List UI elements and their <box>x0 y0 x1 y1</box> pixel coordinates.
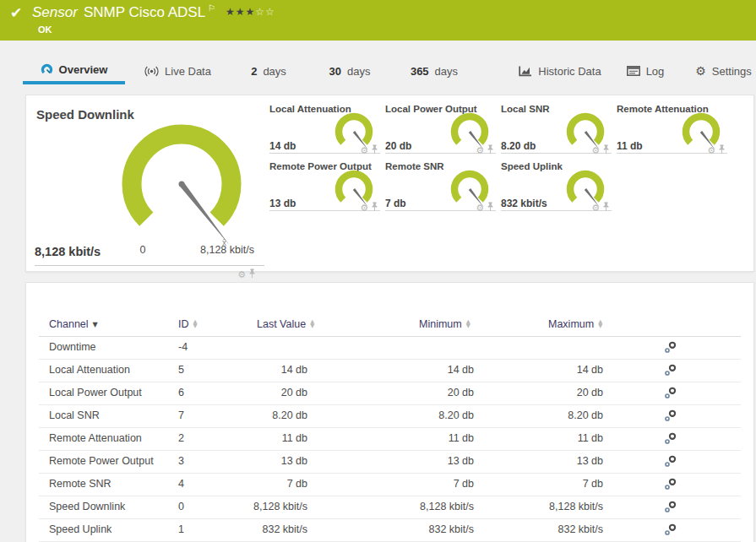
gauge-value: 832 kbit/s <box>501 198 547 209</box>
column-label: Minimum <box>419 318 462 330</box>
channel-table-panel: Channel ▼ ID ▲▼ Last Value ▲▼ Minimum ▲▼… <box>25 282 754 542</box>
pin-icon[interactable] <box>602 144 610 154</box>
minimum-value: 13 db <box>389 450 474 472</box>
table-row-remote-attenuation[interactable]: Remote Attenuation 2 11 db 11 db 11 db <box>39 427 741 451</box>
last-value: 13 db <box>223 450 307 472</box>
minimum-value: 14 db <box>389 359 474 381</box>
table-row-remote-snr[interactable]: Remote SNR 4 7 db 7 db 7 db <box>39 473 741 496</box>
pin-icon[interactable] <box>487 144 494 154</box>
tab-overview[interactable]: Overview <box>23 57 125 84</box>
log-icon <box>627 66 640 76</box>
channel-settings-icon[interactable] <box>664 341 677 354</box>
gear-icon[interactable]: ⚙ <box>360 145 368 156</box>
gauge-value: 8.20 db <box>501 140 536 152</box>
channel-settings-icon[interactable] <box>664 501 677 513</box>
gear-icon[interactable]: ⚙ <box>591 203 600 214</box>
channel-settings-icon[interactable] <box>664 387 677 399</box>
table-row-local-attenuation[interactable]: Local Attenuation 5 14 db 14 db 14 db <box>39 359 741 382</box>
tab-365-days[interactable]: 365 days <box>397 57 471 84</box>
priority-stars[interactable]: ★★★☆☆ <box>226 6 275 18</box>
column-header-minimum[interactable]: Minimum ▲▼ <box>419 318 470 330</box>
table-row-remote-power-output[interactable]: Remote Power Output 3 13 db 13 db 13 db <box>39 450 741 474</box>
gauge-actions: ⚙ <box>360 142 378 157</box>
channel-id: 2 <box>178 427 216 449</box>
channel-name: Speed Uplink <box>49 518 184 540</box>
gauge-value: 7 db <box>385 198 406 209</box>
speed-downlink-gauge-chart: x̄ <box>106 110 258 266</box>
pin-icon[interactable] <box>718 144 726 154</box>
channel-settings-icon[interactable] <box>664 478 677 491</box>
pin-icon[interactable] <box>371 144 378 154</box>
gear-icon[interactable]: ⚙ <box>476 203 484 214</box>
gauge-panel-local-power-output: Local Power Output 20 db ⚙ <box>385 104 496 153</box>
gear-icon[interactable]: ⚙ <box>360 203 368 214</box>
tab-label: days <box>435 65 458 78</box>
channel-id: 7 <box>178 404 216 426</box>
tab-historic-data[interactable]: Historic Data <box>505 57 615 84</box>
gear-icon[interactable]: ⚙ <box>476 145 484 156</box>
gauge-actions: ⚙ <box>591 199 610 214</box>
star-filled-icons[interactable]: ★★★ <box>226 6 255 18</box>
overview-gauges-panel: Speed Downlink x̄ 0 8,128 kbit/s 8,128 k… <box>25 95 754 272</box>
minimum-value: 8,128 kbit/s <box>389 496 474 518</box>
flag-icon: ⚐ <box>208 3 215 13</box>
column-label: Maximum <box>548 318 594 330</box>
channel-name: Local Power Output <box>49 382 184 404</box>
maximum-value: 832 kbit/s <box>519 518 603 540</box>
tab-log[interactable]: Log <box>615 57 676 84</box>
channel-settings-icon[interactable] <box>664 409 677 422</box>
tab-live-data[interactable]: Live Data <box>133 57 222 84</box>
minimum-value: 832 kbit/s <box>389 518 474 540</box>
pin-icon[interactable] <box>371 202 378 212</box>
sensor-title-line: SensorSNMP Cisco ADSL⚐★★★☆☆ <box>32 3 275 21</box>
pin-icon[interactable] <box>248 268 256 279</box>
channel-settings-icon[interactable] <box>664 523 677 536</box>
page-title: SNMP Cisco ADSL <box>84 4 205 20</box>
channel-name: Remote Power Output <box>49 450 184 472</box>
status-badge: OK <box>38 24 52 35</box>
channel-name: Remote SNR <box>49 473 184 495</box>
table-row-local-snr[interactable]: Local SNR 7 8.20 db 8.20 db 8.20 db <box>39 404 741 428</box>
tab-label: Historic Data <box>538 65 601 78</box>
gauge-value: 20 db <box>385 140 411 152</box>
gauge-scale-max: 8,128 kbit/s <box>187 244 268 256</box>
column-header-id[interactable]: ID ▲▼ <box>178 318 198 330</box>
last-value: 20 db <box>223 382 307 404</box>
table-row-speed-downlink[interactable]: Speed Downlink 0 8,128 kbit/s 8,128 kbit… <box>39 496 741 519</box>
table-row-downtime[interactable]: Downtime -4 <box>39 336 741 360</box>
last-value: 832 kbit/s <box>223 518 307 540</box>
channel-id: 4 <box>178 473 216 495</box>
tab-2-days[interactable]: 2 days <box>239 57 298 84</box>
channel-settings-icon[interactable] <box>664 432 677 445</box>
tab-settings[interactable]: ⚙ Settings <box>691 57 756 84</box>
gear-icon[interactable]: ⚙ <box>591 145 600 156</box>
pin-icon[interactable] <box>602 202 610 212</box>
channel-settings-icon[interactable] <box>664 455 677 468</box>
sort-icons: ▲▼ <box>310 320 314 328</box>
last-value: 8.20 db <box>223 404 307 426</box>
tab-30-days[interactable]: 30 days <box>317 57 383 84</box>
gauge-actions: ⚙ <box>476 142 494 157</box>
gear-icon[interactable]: ⚙ <box>707 145 715 156</box>
channel-id: -4 <box>178 336 216 358</box>
sort-icons: ▲▼ <box>598 320 602 328</box>
gauge-value: 14 db <box>269 140 296 152</box>
historic-chart-icon <box>519 66 532 77</box>
last-value: 8,128 kbit/s <box>223 496 307 518</box>
tab-label: Log <box>646 65 665 78</box>
channel-settings-icon[interactable] <box>664 364 677 377</box>
channel-id: 6 <box>178 382 216 404</box>
table-row-speed-uplink[interactable]: Speed Uplink 1 832 kbit/s 832 kbit/s 832… <box>39 518 741 542</box>
gear-icon[interactable]: ⚙ <box>237 269 246 280</box>
minimum-value: 11 db <box>389 427 474 449</box>
channel-id: 0 <box>178 496 216 518</box>
gauge-panel-remote-power-output: Remote Power Output 13 db ⚙ <box>269 161 380 210</box>
tab-label: days <box>263 65 286 78</box>
star-empty-icons[interactable]: ☆☆ <box>255 6 275 18</box>
column-header-last-value[interactable]: Last Value ▲▼ <box>257 318 314 330</box>
table-row-local-power-output[interactable]: Local Power Output 6 20 db 20 db 20 db <box>39 382 741 405</box>
tab-number: 30 <box>329 65 341 78</box>
pin-icon[interactable] <box>487 202 494 212</box>
column-header-maximum[interactable]: Maximum ▲▼ <box>548 318 602 330</box>
column-header-channel[interactable]: Channel ▼ <box>49 318 98 330</box>
